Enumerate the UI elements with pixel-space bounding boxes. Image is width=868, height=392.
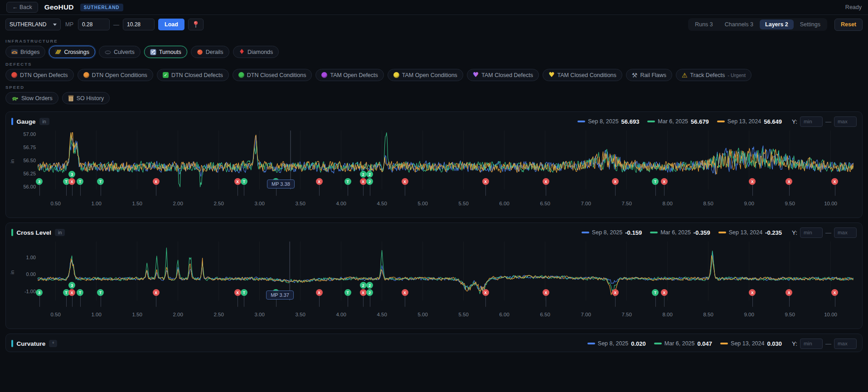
marker-x-0-7[interactable]: X xyxy=(68,178,75,185)
marker-x-2-73[interactable]: X xyxy=(234,178,241,185)
mp-to-input[interactable] xyxy=(123,19,155,30)
marker-t-1-05[interactable]: T xyxy=(97,289,104,296)
legend-item-0[interactable]: Sep 8, 2025 -0.159 xyxy=(582,229,642,236)
y-min-input[interactable] xyxy=(800,116,823,127)
legend-item-0[interactable]: Sep 8, 2025 56.693 xyxy=(577,118,639,125)
territory-select[interactable]: SUTHERLAND xyxy=(5,19,61,30)
marker-3-0-3[interactable]: 3 xyxy=(36,289,43,296)
marker-x-7-36[interactable]: X xyxy=(612,289,619,296)
pill-tam-open-defects[interactable]: TAM Open Defects xyxy=(315,69,383,81)
marker-x-1-73[interactable]: X xyxy=(153,289,160,296)
legend-item-1[interactable]: Mar 6, 2025 56.679 xyxy=(647,118,708,125)
y-min-input[interactable] xyxy=(800,227,823,238)
plot-area[interactable] xyxy=(38,242,853,300)
marker-2-4-35[interactable]: 2 xyxy=(366,178,373,185)
tab-layers-2[interactable]: Layers 2 xyxy=(760,19,794,29)
culvert-icon xyxy=(105,49,111,55)
pill-tam-open-conditions[interactable]: TAM Open Conditions xyxy=(388,69,463,81)
marker-x-6-51[interactable]: X xyxy=(543,178,549,185)
marker-2-4-35[interactable]: 2 xyxy=(366,289,373,296)
marker-x-2-73[interactable]: X xyxy=(234,289,241,296)
pill-rail-flaws[interactable]: ⚒Rail Flaws xyxy=(626,69,672,81)
marker-t-2-81[interactable]: T xyxy=(241,289,247,296)
pill-tam-closed-conditions[interactable]: ♥TAM Closed Conditions xyxy=(543,69,622,81)
marker-t-2-81[interactable]: T xyxy=(241,178,247,185)
chart-gauge[interactable]: in 57.0056.7556.5056.2556.00 0.501.001.5… xyxy=(11,131,857,215)
y-tick-label: 56.50 xyxy=(23,158,36,163)
legend: Sep 8, 2025 0.020 Mar 6, 2025 0.047 Sep … xyxy=(587,340,782,347)
marker-x-5-77[interactable]: X xyxy=(482,289,489,296)
legend-item-1[interactable]: Mar 6, 2025 0.047 xyxy=(654,340,712,347)
marker-x-10-05[interactable]: X xyxy=(831,289,838,296)
tab-settings[interactable]: Settings xyxy=(795,19,826,29)
pill-dtn-open-defects[interactable]: DTN Open Defects xyxy=(5,69,74,81)
legend-item-0[interactable]: Sep 8, 2025 0.020 xyxy=(587,340,646,347)
marker-x-3-73[interactable]: X xyxy=(316,178,323,185)
marker-x-7-36[interactable]: X xyxy=(612,178,619,185)
marker-x-4-27[interactable]: X xyxy=(360,178,367,185)
pill-label: TAM Closed Conditions xyxy=(557,72,616,78)
chart-panels: Gauge in Sep 8, 2025 56.693 Mar 6, 2025 … xyxy=(0,107,868,352)
pill-dtn-open-conditions[interactable]: DTN Open Conditions xyxy=(78,69,153,81)
marker-x-1-73[interactable]: X xyxy=(153,178,160,185)
marker-t-0-8[interactable]: T xyxy=(77,178,83,185)
plot-area[interactable] xyxy=(38,131,853,189)
marker-x-7-96[interactable]: X xyxy=(661,289,668,296)
marker-t-7-85[interactable]: T xyxy=(652,178,659,185)
marker-t-7-85[interactable]: T xyxy=(652,289,659,296)
marker-x-4-78[interactable]: X xyxy=(402,289,408,296)
marker-t-4-08[interactable]: T xyxy=(344,178,351,185)
legend: Sep 8, 2025 56.693 Mar 6, 2025 56.679 Se… xyxy=(577,118,782,125)
chart-cross-level[interactable]: in 1.000.00-1.00 0.501.001.502.002.503.0… xyxy=(11,242,857,326)
pill-derails[interactable]: Derails xyxy=(191,46,229,58)
marker-3-0-3[interactable]: 3 xyxy=(36,178,43,185)
y-min-input[interactable] xyxy=(800,339,823,349)
load-button[interactable]: Load xyxy=(158,19,184,30)
y-max-input[interactable] xyxy=(834,227,857,238)
legend-item-2[interactable]: Sep 13, 2024 56.649 xyxy=(717,118,782,125)
pill-label: Turnouts xyxy=(159,49,181,55)
pill-slow-orders[interactable]: Slow Orders xyxy=(5,92,58,104)
map-pin-button[interactable] xyxy=(188,19,204,30)
turtle-icon xyxy=(11,96,19,101)
marker-x-4-78[interactable]: X xyxy=(402,178,408,185)
marker-3-0-7[interactable]: 3 xyxy=(68,171,75,178)
pill-diamonds[interactable]: ♦Diamonds xyxy=(233,46,279,58)
pill-culverts[interactable]: Culverts xyxy=(99,46,141,58)
marker-2-4-35[interactable]: 2 xyxy=(366,171,373,178)
marker-x-6-51[interactable]: X xyxy=(543,289,549,296)
pill-bridges[interactable]: Bridges xyxy=(5,46,45,58)
marker-2-4-35[interactable]: 2 xyxy=(366,282,373,289)
y-max-input[interactable] xyxy=(834,339,857,349)
y-max-input[interactable] xyxy=(834,116,857,127)
pill-crossings[interactable]: Crossings xyxy=(49,46,95,58)
legend-date: Mar 6, 2025 xyxy=(664,340,695,347)
marker-3-0-7[interactable]: 3 xyxy=(68,282,75,289)
marker-x-3-73[interactable]: X xyxy=(316,289,323,296)
tab-runs-3[interactable]: Runs 3 xyxy=(689,19,718,29)
back-button[interactable]: ← Back xyxy=(6,2,38,13)
marker-x-10-05[interactable]: X xyxy=(831,178,838,185)
marker-x-0-7[interactable]: X xyxy=(68,289,75,296)
marker-t-0-8[interactable]: T xyxy=(77,289,83,296)
pill-so-history[interactable]: SO History xyxy=(62,92,110,104)
pill-dtn-closed-defects[interactable]: ✓DTN Closed Defects xyxy=(157,69,229,81)
marker-2-4-27[interactable]: 2 xyxy=(360,171,367,178)
marker-t-1-05[interactable]: T xyxy=(97,178,104,185)
mp-from-input[interactable] xyxy=(78,19,110,30)
reset-button[interactable]: Reset xyxy=(834,19,863,31)
pill-dtn-closed-conditions[interactable]: DTN Closed Conditions xyxy=(233,69,312,81)
marker-x-4-27[interactable]: X xyxy=(360,289,367,296)
marker-t-4-08[interactable]: T xyxy=(344,289,351,296)
tab-channels-3[interactable]: Channels 3 xyxy=(719,19,759,29)
x-tick-label: 7.00 xyxy=(581,201,591,206)
legend-item-2[interactable]: Sep 13, 2024 0.030 xyxy=(720,340,782,347)
marker-2-4-27[interactable]: 2 xyxy=(360,282,367,289)
legend-item-2[interactable]: Sep 13, 2024 -0.235 xyxy=(718,229,782,236)
pill-track-defects[interactable]: ⚠Track Defects- Urgent xyxy=(676,69,752,81)
marker-x-5-77[interactable]: X xyxy=(482,178,489,185)
marker-x-7-96[interactable]: X xyxy=(661,178,668,185)
pill-tam-closed-defects[interactable]: ♥TAM Closed Defects xyxy=(467,69,539,81)
legend-item-1[interactable]: Mar 6, 2025 -0.359 xyxy=(650,229,710,236)
pill-turnouts[interactable]: Turnouts xyxy=(144,46,187,58)
